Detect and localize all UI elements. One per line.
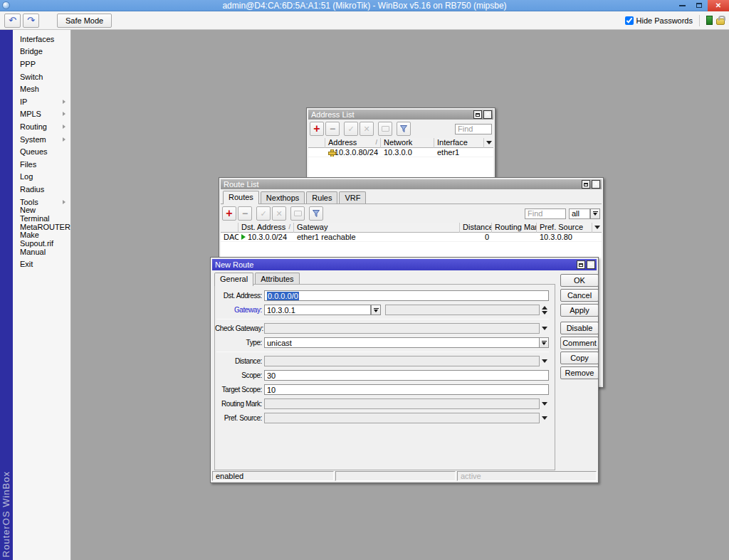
pref-source-column-header[interactable]: Pref. Source [537, 223, 592, 233]
filter-button[interactable] [309, 206, 323, 221]
disable-button[interactable]: Disable [560, 322, 599, 334]
column-label: Network [384, 138, 412, 147]
distance-dropdown-icon[interactable] [540, 356, 549, 366]
remove-button[interactable]: Remove [560, 366, 599, 379]
target-scope-field[interactable] [264, 384, 549, 395]
gateway-secondary-field[interactable] [385, 305, 540, 315]
find-input[interactable] [455, 124, 492, 134]
sidebar-item-mesh[interactable]: Mesh [13, 83, 70, 95]
sidebar-item-exit[interactable]: Exit [13, 258, 70, 271]
winbox-app: admin@D4:CA:6D:5A:A1:51 (MikroTik) - Win… [0, 0, 729, 560]
sidebar-item-mpls[interactable]: MPLS [13, 108, 70, 121]
sidebar-item-bridge[interactable]: Bridge [13, 46, 70, 58]
maximize-icon[interactable] [577, 260, 585, 269]
flags-column-header[interactable] [221, 223, 238, 233]
copy-button[interactable]: Copy [560, 352, 599, 364]
enable-button[interactable]: ✓ [256, 206, 271, 221]
new-route-title-bar[interactable]: New Route ✕ [212, 259, 597, 270]
sidebar-item-system[interactable]: System [13, 133, 70, 146]
pref-source-dropdown-icon[interactable] [540, 413, 549, 423]
routing-mark-column-header[interactable]: Routing Mark [492, 223, 537, 233]
filter-scope-select[interactable]: all [569, 208, 590, 219]
distance-field[interactable] [264, 356, 540, 366]
add-button[interactable]: + [310, 122, 324, 136]
hide-passwords-label: Hide Passwords [636, 16, 693, 25]
redo-icon[interactable]: ↷ [23, 14, 39, 28]
maximize-icon[interactable] [473, 110, 482, 119]
remove-button[interactable]: − [325, 122, 340, 136]
sidebar-item-make-supout[interactable]: Make Supout.rif [13, 233, 70, 246]
column-chooser-button[interactable] [483, 138, 493, 148]
gateway-dropdown-icon[interactable] [371, 305, 381, 315]
sidebar-item-ppp[interactable]: PPP [13, 58, 70, 70]
route-list-title-bar[interactable]: Route List ✕ [221, 179, 602, 189]
filter-button[interactable] [397, 122, 411, 136]
network-column-header[interactable]: Network [381, 138, 434, 148]
undo-icon[interactable]: ↶ [4, 14, 21, 28]
routing-mark-field[interactable] [264, 398, 540, 409]
sidebar-item-new-terminal[interactable]: New Terminal [13, 208, 70, 221]
flags-column-header[interactable] [308, 138, 325, 148]
gateway-add-remove-icon[interactable] [540, 305, 549, 315]
pref-source-label: Pref. Source: [215, 414, 264, 422]
sidebar-item-files[interactable]: Files [13, 158, 70, 171]
hide-passwords-checkbox[interactable] [625, 16, 634, 25]
target-scope-row: Target Scope: [215, 384, 549, 395]
enable-button[interactable]: ✓ [344, 122, 358, 136]
apply-button[interactable]: Apply [560, 304, 599, 317]
ok-button[interactable]: OK [560, 274, 599, 287]
target-scope-label: Target Scope: [215, 386, 264, 393]
tab-nexthops[interactable]: Nexthops [261, 191, 305, 204]
maximize-icon[interactable] [582, 180, 590, 189]
comment-button[interactable]: Comment [560, 337, 599, 349]
tab-rules[interactable]: Rules [306, 191, 337, 204]
gateway-field[interactable] [264, 305, 371, 315]
gateway-column-header[interactable]: Gateway [294, 223, 460, 233]
sidebar-item-label: Log [20, 172, 33, 181]
address-column-header[interactable]: Address/ [325, 138, 381, 148]
scope-field[interactable] [264, 370, 549, 381]
table-row[interactable]: 10.3.0.80/24 10.3.0.0 ether1 [308, 148, 493, 157]
sidebar-item-switch[interactable]: Switch [13, 70, 70, 83]
comment-button[interactable] [378, 122, 392, 136]
sidebar-item-routing[interactable]: Routing [13, 120, 70, 133]
safe-mode-button[interactable]: Safe Mode [57, 14, 112, 28]
tab-general[interactable]: General [214, 273, 253, 286]
disable-button[interactable]: ✕ [272, 206, 286, 221]
address-list-title-bar[interactable]: Address List ✕ [308, 110, 493, 120]
column-chooser-button[interactable] [592, 223, 602, 233]
table-row[interactable]: DAC 10.3.0.0/24 ether1 reachable 0 10.3.… [221, 233, 602, 242]
close-icon[interactable]: ✕ [587, 260, 595, 269]
type-field[interactable]: unicast [264, 337, 539, 348]
close-icon[interactable]: ✕ [483, 110, 492, 119]
sidebar-item-radius[interactable]: Radius [13, 183, 70, 196]
tab-vrf[interactable]: VRF [339, 191, 366, 204]
cancel-button[interactable]: Cancel [560, 289, 599, 302]
pref-source-field[interactable] [264, 413, 540, 423]
dst-address-column-header[interactable]: Dst. Address/ [238, 223, 294, 233]
interface-cell: ether1 [434, 148, 493, 157]
sidebar-item-interfaces[interactable]: Interfaces [13, 33, 70, 46]
sidebar-item-queues[interactable]: Queues [13, 145, 70, 158]
comment-button[interactable] [290, 206, 305, 221]
check-gateway-field[interactable] [264, 323, 540, 334]
maximize-button[interactable] [691, 0, 708, 11]
minimize-button[interactable] [673, 0, 691, 11]
distance-column-header[interactable]: Distance [460, 223, 492, 233]
add-button[interactable]: + [222, 206, 236, 221]
routing-mark-dropdown-icon[interactable] [540, 398, 549, 409]
close-button[interactable]: ✕ [708, 0, 729, 11]
type-dropdown-icon[interactable] [539, 337, 549, 348]
dst-address-field[interactable]: 0.0.0.0/0 [264, 290, 549, 301]
disable-button[interactable]: ✕ [360, 122, 374, 136]
remove-button[interactable]: − [238, 206, 252, 221]
sidebar-item-log[interactable]: Log [13, 171, 70, 184]
dst-address-row: Dst. Address: 0.0.0.0/0 [215, 290, 549, 301]
close-icon[interactable]: ✕ [592, 180, 600, 189]
find-input[interactable] [525, 208, 566, 219]
check-gateway-dropdown-icon[interactable] [540, 323, 549, 334]
tab-routes[interactable]: Routes [223, 191, 259, 204]
interface-column-header[interactable]: Interface [434, 138, 483, 148]
sidebar-item-ip[interactable]: IP [13, 95, 70, 108]
dropdown-icon[interactable] [590, 208, 600, 219]
